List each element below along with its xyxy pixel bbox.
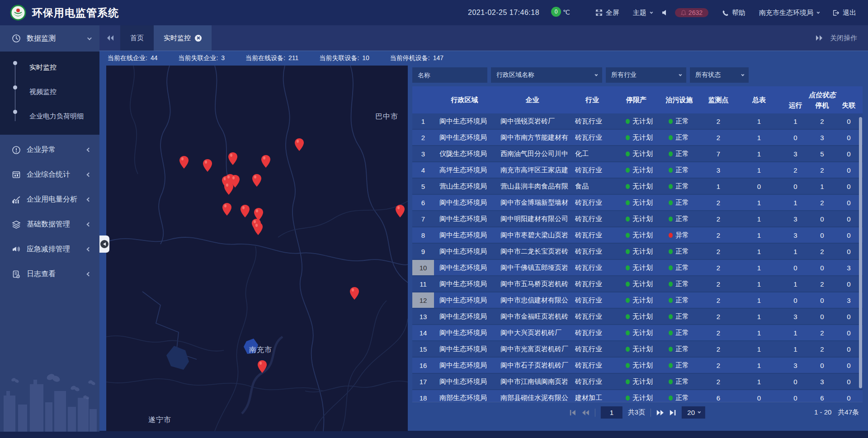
cell-region: 阆中生态环境局	[434, 260, 495, 275]
map-pin-icon[interactable]	[395, 204, 405, 218]
table-row[interactable]: 7 阆中生态环境局 阆中明阳建材有限公司 砖瓦行业 无计划 正常 2 1 3	[412, 211, 863, 227]
logout-button[interactable]: 退出	[832, 9, 856, 17]
chevron-down-icon	[816, 10, 820, 14]
cell-region: 阆中生态环境局	[434, 244, 495, 259]
tab-home[interactable]: 首页	[120, 25, 154, 51]
cell-stop-status: 无计划	[615, 195, 658, 210]
mute-button[interactable]	[662, 9, 669, 16]
table-row[interactable]: 3 仪陇生态环境局 西南油气田分公司川中 化工 无计划 正常 7 1 3	[412, 146, 863, 162]
industry-select[interactable]: 所有行业	[606, 67, 686, 83]
fullscreen-button[interactable]: 全屏	[595, 9, 619, 17]
table-row[interactable]: 9 阆中生态环境局 阆中市二龙长宝页岩砖 砖瓦行业 无计划 正常 2 1 1	[412, 244, 863, 260]
stop-status-label: 无计划	[632, 312, 653, 321]
stat-value: 10	[362, 54, 369, 62]
last-page-button[interactable]	[670, 410, 676, 416]
map-panel[interactable]: 巴中市 南充市 遂宁市	[106, 66, 408, 431]
map-pin-icon[interactable]	[228, 152, 238, 165]
map-pin-icon[interactable]	[240, 204, 250, 218]
cell-offline-count: 0	[835, 211, 862, 226]
facility-status-label: 正常	[675, 133, 689, 142]
cell-industry: 砖瓦行业	[570, 162, 615, 178]
map-pin-icon[interactable]	[294, 138, 304, 151]
sidebar-item[interactable]: 日志查看	[0, 262, 99, 287]
sidebar-subitem[interactable]: 实时监控	[0, 55, 99, 80]
sidebar-item[interactable]: 企业异常	[0, 137, 99, 162]
cell-meter-count: 1	[736, 292, 782, 308]
previous-page-button[interactable]	[582, 410, 590, 416]
table-row[interactable]: 12 阆中生态环境局 阆中市忠信建材有限公 砖瓦行业 无计划 正常 2 1 0	[412, 292, 863, 309]
page-size-select[interactable]: 20	[682, 406, 705, 419]
next-page-button[interactable]	[656, 410, 664, 416]
cell-run-count: 1	[782, 341, 809, 357]
gauge-icon	[12, 34, 21, 43]
sidebar-subitem[interactable]: 企业电力负荷明细	[0, 104, 99, 128]
cell-industry: 砖瓦行业	[570, 260, 615, 275]
close-icon[interactable]	[195, 35, 202, 42]
status-select[interactable]: 所有状态	[690, 67, 749, 83]
table-row[interactable]: 18 南部生态环境局 南部县砌佳水泥有限公 建材加工 无计划 正常 6 0 0	[412, 390, 863, 402]
double-right-arrow-icon[interactable]	[816, 35, 823, 41]
cell-meter-count: 1	[736, 195, 782, 210]
tabs-scroll-left-button[interactable]	[107, 35, 114, 41]
notification-badge[interactable]: 2632	[675, 8, 708, 17]
cell-stop-status: 无计划	[615, 130, 658, 145]
chevron-down-icon	[650, 10, 653, 14]
map-pin-icon[interactable]	[224, 182, 234, 195]
table-row[interactable]: 10 阆中生态环境局 阆中千佛镇五郎垭页岩 砖瓦行业 无计划 正常 2 1 0	[412, 260, 863, 276]
status-dot-green	[626, 233, 630, 238]
chart-icon	[12, 195, 21, 204]
table-row[interactable]: 13 阆中生态环境局 阆中市金福旺页岩机砖 砖瓦行业 无计划 正常 2 1 3	[412, 309, 863, 325]
cell-offline-count: 0	[835, 195, 862, 210]
sidebar-item[interactable]: 应急减排管理	[0, 237, 99, 262]
first-page-button[interactable]	[570, 410, 576, 416]
table-row[interactable]: 5 营山生态环境局 营山县润丰肉食品有限 食品 无计划 正常 1 0 0	[412, 179, 863, 195]
tab-realtime-monitor[interactable]: 实时监控	[154, 25, 212, 51]
chevron-left-icon	[87, 247, 91, 252]
cell-industry: 砖瓦行业	[570, 227, 615, 243]
cell-industry: 食品	[570, 179, 615, 194]
cell-run-count: 3	[782, 211, 809, 226]
facility-status-label: 正常	[675, 312, 689, 321]
theme-dropdown[interactable]: 主题	[633, 9, 652, 17]
stop-status-label: 无计划	[632, 198, 653, 207]
sidebar-item[interactable]: 企业用电量分析	[0, 187, 99, 212]
name-search-input[interactable]	[412, 67, 487, 83]
sidebar-subitem[interactable]: 视频监控	[0, 80, 99, 104]
skyline-decoration	[0, 371, 99, 432]
page-number-input[interactable]: 1	[601, 406, 623, 419]
help-button[interactable]: 帮助	[722, 9, 745, 17]
map-city-label: 巴中市	[375, 112, 398, 122]
table-row[interactable]: 11 阆中生态环境局 阆中市五马桥页岩机砖 砖瓦行业 无计划 正常 2 1 1	[412, 276, 863, 292]
table-row[interactable]: 2 阆中生态环境局 阆中市南方节能建材有 砖瓦行业 无计划 正常 2 1 0	[412, 130, 863, 146]
sidebar-item[interactable]: 基础数据管理	[0, 212, 99, 237]
table-row[interactable]: 15 阆中生态环境局 阆中市光富页岩机砖厂 砖瓦行业 无计划 正常 2 1 1	[412, 341, 863, 358]
table-row[interactable]: 4 高坪生态环境局 南充市高坪区王家店建 砖瓦行业 无计划 正常 3 1 2	[412, 162, 863, 179]
map-pin-icon[interactable]	[179, 155, 189, 169]
cell-stop-status: 无计划	[615, 276, 658, 292]
org-dropdown[interactable]: 南充市生态环境局	[759, 9, 819, 17]
map-pin-icon[interactable]	[253, 222, 263, 235]
close-operations-button[interactable]: 关闭操作	[830, 34, 857, 42]
table-row[interactable]: 8 阆中生态环境局 阆中市枣碧大梁山页岩 砖瓦行业 无计划 异常 2 1 3	[412, 227, 863, 244]
map-pin-icon[interactable]	[349, 287, 359, 300]
map-pin-icon[interactable]	[203, 159, 212, 172]
table-row[interactable]: 17 阆中生态环境局 阆中市江南镇阆南页岩 砖瓦行业 无计划 正常 2 1 0	[412, 374, 863, 390]
cell-region: 阆中生态环境局	[434, 341, 495, 357]
cell-facility-status: 异常	[658, 227, 701, 243]
sidebar-item[interactable]: 企业综合统计	[0, 162, 99, 187]
map-pin-icon[interactable]	[222, 203, 232, 216]
map-pin-icon[interactable]	[257, 360, 267, 373]
region-select[interactable]: 行政区域名称	[491, 67, 602, 83]
table-row[interactable]: 1 阆中生态环境局 阆中强锐页岩砖厂 砖瓦行业 无计划 正常 2 1 1	[412, 113, 863, 130]
table-row[interactable]: 6 阆中生态环境局 阆中市金博瑞新型墙材 砖瓦行业 无计划 正常 2 1 1	[412, 195, 863, 211]
sidebar-collapse-button[interactable]	[99, 235, 109, 253]
table-row[interactable]: 14 阆中生态环境局 阆中大兴页岩机砖厂 砖瓦行业 无计划 正常 2 1 1	[412, 325, 863, 341]
map-pin-icon[interactable]	[252, 174, 262, 187]
table-row[interactable]: 16 阆中生态环境局 阆中市石子页岩机砖厂 砖瓦行业 无计划 正常 2 1 3	[412, 358, 863, 374]
map-pin-icon[interactable]	[261, 155, 271, 168]
sidebar-item-data-monitor[interactable]: 数据监测	[0, 25, 99, 52]
stat-value: 44	[151, 54, 158, 62]
table-scrollbar[interactable]	[859, 117, 862, 388]
cell-halt-count: 2	[809, 276, 835, 292]
sidebar-subitem-label: 企业电力负荷明细	[29, 112, 84, 121]
